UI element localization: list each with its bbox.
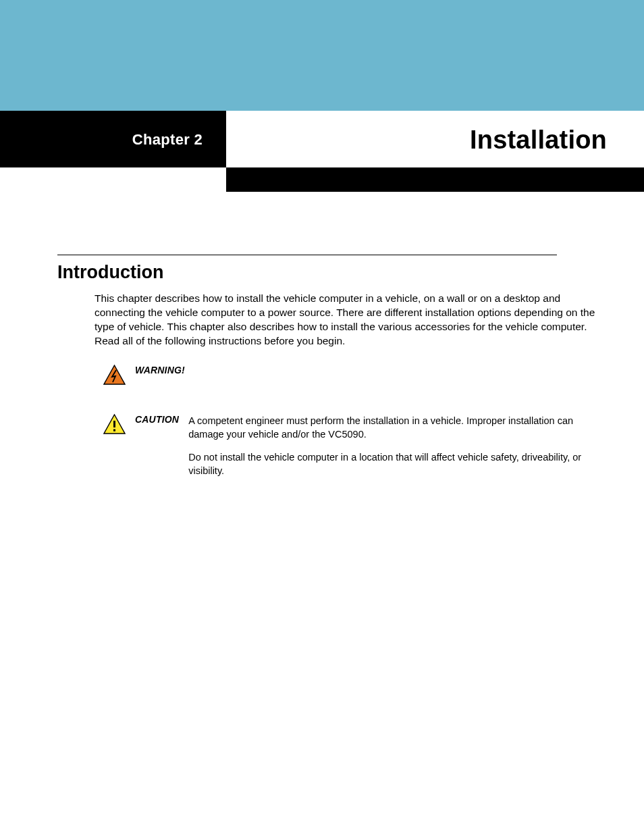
chapter-title: Installation	[470, 126, 607, 155]
caution-para2: Do not install the vehicle computer in a…	[188, 450, 599, 477]
caution-text: A competent engineer must perform the in…	[188, 414, 599, 477]
svg-rect-2	[113, 421, 115, 427]
caution-icon	[103, 414, 126, 434]
caution-notice: CAUTION A competent engineer must perfor…	[103, 414, 599, 477]
page: Chapter 2 Installation Introduction This…	[0, 0, 644, 834]
intro-paragraph: This chapter describes how to install th…	[95, 292, 597, 348]
caution-label: CAUTION	[135, 414, 179, 425]
section-heading: Introduction	[57, 262, 163, 283]
header-blue-banner	[0, 0, 644, 111]
header-black-bottom	[226, 167, 644, 192]
warning-icon	[103, 365, 126, 385]
warning-notice: WARNING!	[103, 365, 599, 385]
svg-marker-0	[104, 365, 125, 384]
warning-label: WARNING!	[135, 365, 185, 375]
horizontal-rule	[57, 255, 557, 255]
caution-para1: A competent engineer must perform the in…	[188, 414, 599, 441]
svg-rect-3	[113, 429, 115, 432]
chapter-label: Chapter 2	[0, 131, 203, 149]
